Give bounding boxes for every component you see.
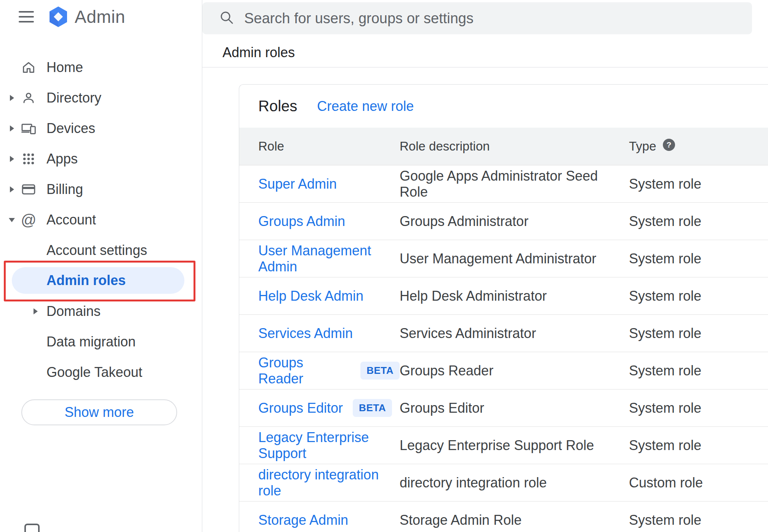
sidebar-item-devices[interactable]: Devices [0,113,202,144]
table-row: Groups Editor BETA Groups Editor System … [239,389,768,427]
sidebar-item-label: Data migration [46,334,136,350]
role-type: System role [629,288,768,304]
role-type: System role [629,512,768,528]
search-input[interactable] [244,10,752,27]
home-icon [21,60,36,75]
role-description: Legacy Enterprise Support Role [400,437,629,453]
role-description: Storage Admin Role [400,512,629,528]
sidebar-item-label: Domains [46,303,101,319]
sidebar-item-admin-roles[interactable]: Admin roles [0,266,202,296]
admin-logo-icon [48,6,69,28]
role-link[interactable]: Services Admin [258,325,353,341]
sidebar-item-home[interactable]: Home [0,52,202,83]
table-row: directory integration role directory int… [239,464,768,502]
beta-badge: BETA [353,399,392,417]
role-description: Services Administrator [400,325,629,341]
role-link[interactable]: Groups Reader [258,355,350,387]
create-new-role-link[interactable]: Create new role [317,98,414,114]
chevron-right-icon[interactable] [7,95,17,101]
sidebar-item-billing[interactable]: Billing [0,174,202,205]
admin-console: Admin Home Directory [0,0,768,532]
role-description: Google Apps Administrator Seed Role [400,168,629,200]
role-type: System role [629,176,768,192]
chevron-right-icon[interactable] [34,308,40,314]
role-type: System role [629,363,768,379]
role-link[interactable]: directory integration role [258,467,400,499]
table-row: Groups Admin Groups Administrator System… [239,203,768,240]
table-row: Super Admin Google Apps Administrator Se… [239,165,768,203]
table-row: Help Desk Admin Help Desk Administrator … [239,277,768,315]
role-link[interactable]: Legacy Enterprise Support [258,429,400,461]
role-link[interactable]: Help Desk Admin [258,288,363,304]
sidebar-item-label: Account [46,212,96,228]
role-link[interactable]: User Management Admin [258,243,400,275]
sidebar-item-google-takeout[interactable]: Google Takeout [0,357,202,388]
roles-card-header: Roles Create new role [239,85,768,128]
role-link[interactable]: Groups Editor [258,400,343,416]
table-row: Groups Reader BETA Groups Reader System … [239,352,768,389]
person-icon [21,90,36,106]
role-description: directory integration role [400,475,629,491]
sidebar-item-data-migration[interactable]: Data migration [0,327,202,357]
role-link[interactable]: Super Admin [258,176,337,192]
sidebar-item-label: Billing [46,181,83,197]
beta-badge: BETA [360,362,400,380]
table-header-row: Role Role description Type ? [239,128,768,165]
billing-card-icon [21,182,36,197]
table-row: User Management Admin User Management Ad… [239,240,768,277]
sidebar-item-label: Account settings [46,242,147,258]
role-description: Groups Reader [400,363,629,379]
at-sign-icon: @ [21,212,36,228]
devices-icon [21,121,36,136]
column-header-description: Role description [400,139,629,154]
page-title: Admin roles [222,44,768,61]
column-header-role: Role [258,139,400,154]
sidebar-item-label: Devices [46,120,95,136]
column-header-type-label: Type [629,139,656,154]
chevron-right-icon[interactable] [7,125,17,131]
sidebar-item-label: Google Takeout [46,364,142,380]
sidebar-item-label: Apps [46,151,78,167]
menu-icon[interactable] [19,10,35,23]
help-icon[interactable]: ? [662,138,675,154]
table-row: Storage Admin Storage Admin Role System … [239,502,768,532]
search-bar[interactable] [202,2,752,34]
column-header-type: Type ? [629,138,768,154]
main-content: Admin roles Roles Create new role Role R… [202,0,768,532]
role-description: User Management Administrator [400,251,629,267]
sidebar: Admin Home Directory [0,0,202,532]
table-row: Legacy Enterprise Support Legacy Enterpr… [239,427,768,464]
role-description: Groups Administrator [400,213,629,229]
chevron-right-icon[interactable] [7,156,17,162]
role-description: Groups Editor [400,400,629,416]
roles-heading: Roles [258,98,297,115]
sidebar-nav: Home Directory Devices [0,52,202,388]
sidebar-header: Admin [0,0,202,34]
roles-card: Roles Create new role Role Role descript… [239,84,768,532]
show-more-button[interactable]: Show more [21,399,177,425]
role-link[interactable]: Groups Admin [258,213,345,229]
table-row: Services Admin Services Administrator Sy… [239,315,768,352]
sidebar-item-account-settings[interactable]: Account settings [0,235,202,266]
chevron-right-icon[interactable] [7,186,17,192]
role-link[interactable]: Storage Admin [258,512,348,528]
sidebar-item-apps[interactable]: Apps [0,144,202,174]
role-type: System role [629,213,768,229]
search-icon [219,10,234,27]
sidebar-item-directory[interactable]: Directory [0,83,202,113]
role-type: System role [629,437,768,453]
sidebar-item-label: Admin roles [46,272,126,288]
chevron-down-icon[interactable] [7,218,17,222]
role-description: Help Desk Administrator [400,288,629,304]
sidebar-item-label: Home [46,59,83,75]
header-divider [202,67,768,67]
sidebar-item-domains[interactable]: Domains [0,296,202,327]
sidebar-item-label: Directory [46,90,101,106]
clipped-bottom-icon [24,524,40,532]
selected-pill[interactable]: Admin roles [12,267,184,294]
role-type: Custom role [629,475,768,491]
sidebar-item-account[interactable]: @ Account [0,205,202,235]
brand-title: Admin [75,6,125,27]
svg-text:?: ? [666,140,671,149]
role-type: System role [629,400,768,416]
